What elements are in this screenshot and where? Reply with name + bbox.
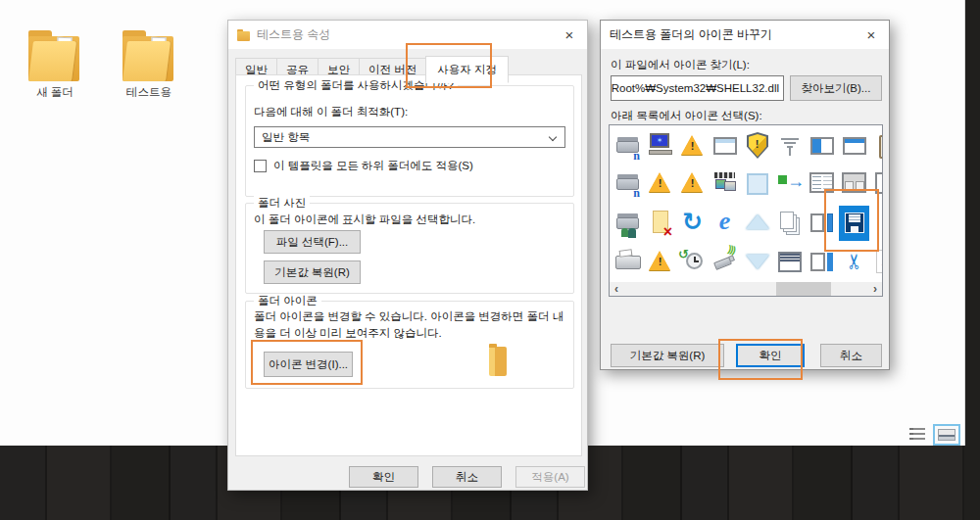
cancel-button[interactable]: 취소: [820, 344, 882, 367]
legacy-computer-icon[interactable]: ✶: [645, 129, 675, 165]
warning-icon[interactable]: !: [645, 166, 675, 202]
highlight-ok-button: [718, 339, 803, 380]
optimize-dropdown-value: 일반 항목: [262, 130, 310, 145]
page-stack-icon[interactable]: [774, 206, 805, 241]
change-icon-titlebar: 테스트용 폴더의 아이콘 바꾸기 ×: [601, 21, 889, 49]
close-icon[interactable]: ×: [854, 21, 889, 49]
folder-icon: [120, 29, 178, 82]
file-lookup-label: 이 파일에서 아이콘 찾기(L):: [611, 58, 750, 72]
internet-explorer-icon[interactable]: e: [710, 206, 740, 241]
printer-users-icon[interactable]: [612, 206, 643, 241]
window-frame-icon[interactable]: [710, 129, 740, 165]
customize-tab-page: 어떤 유형의 폴더를 사용하시겠습니까? 다음에 대해 이 폴더 최적화(T):…: [235, 74, 582, 456]
folder-icon: [237, 29, 251, 41]
window-split-left-icon[interactable]: [807, 129, 837, 165]
printer-share-icon[interactable]: n: [612, 166, 643, 202]
change-icon-title: 테스트용 폴더의 아이콘 바꾸기: [610, 26, 772, 43]
scrollbar-thumb[interactable]: [776, 282, 831, 296]
desktop-folder-test-folder[interactable]: 테스트용: [110, 29, 188, 100]
cancel-button[interactable]: 취소: [432, 466, 502, 488]
signal-antenna-icon[interactable]: [774, 129, 805, 165]
folder-picture-description: 이 폴더 아이콘에 표시할 파일을 선택합니다.: [254, 213, 475, 227]
file-path-input[interactable]: SystemRoot%₩System32₩SHELL32.dll: [611, 75, 784, 101]
window-titlebar-icon[interactable]: [839, 129, 869, 165]
folder-preview-icon: [489, 347, 507, 376]
browse-button[interactable]: 찾아보기(B)...: [790, 75, 882, 101]
details-view-icon[interactable]: [909, 427, 926, 442]
optimize-label: 다음에 대해 이 폴더 최적화(T):: [254, 105, 408, 119]
folder-icon: [25, 29, 84, 82]
folder-icon-group-legend: 폴더 아이콘: [254, 294, 321, 308]
folder-label: 새 폴더: [16, 85, 94, 100]
apply-template-checkbox-label: 이 템플릿을 모든 하위 폴더에도 적용(S): [273, 159, 473, 173]
missing-file-icon[interactable]: ×: [645, 206, 675, 241]
printer-share-icon[interactable]: n: [612, 129, 643, 165]
properties-title: 테스트용 속성: [257, 26, 330, 43]
horizontal-scrollbar[interactable]: ‹ ›: [610, 282, 882, 296]
optimize-dropdown[interactable]: 일반 항목: [254, 126, 565, 148]
restore-default-icon-button[interactable]: 기본값 복원(R): [611, 344, 724, 367]
thumbnail-preview: [938, 429, 956, 441]
checkbox-icon[interactable]: [254, 160, 267, 172]
transparent-square-icon[interactable]: [742, 166, 772, 202]
warning-icon[interactable]: !: [677, 129, 708, 165]
desktop: 새 폴더테스트용 테스트용 속성 × 일반공유보안이전 버전사용자 지정 어떤 …: [0, 0, 980, 520]
choose-file-button[interactable]: 파일 선택(F)...: [264, 230, 361, 254]
apply-template-checkbox-row[interactable]: 이 템플릿을 모든 하위 폴더에도 적용(S): [254, 159, 473, 173]
apply-button: 적용(A): [515, 466, 585, 488]
warning-icon[interactable]: !: [645, 245, 675, 280]
warning-icon[interactable]: !: [677, 166, 708, 202]
scroll-right-icon[interactable]: ›: [868, 282, 882, 296]
restore-default-picture-button[interactable]: 기본값 복원(R): [264, 260, 361, 284]
refresh-icon[interactable]: ↻: [677, 206, 708, 241]
clipboard-icon[interactable]: [871, 129, 883, 165]
scroll-left-icon[interactable]: ‹: [610, 282, 623, 296]
close-icon[interactable]: ×: [552, 21, 587, 49]
folder-picture-group-legend: 폴더 사진: [254, 196, 310, 211]
folder-label: 테스트용: [110, 85, 188, 100]
history-clock-icon[interactable]: ↺: [677, 245, 708, 280]
properties-dialog: 테스트용 속성 × 일반공유보안이전 버전사용자 지정 어떤 유형의 폴더를 사…: [227, 20, 588, 491]
highlight-selected-icon: [824, 189, 879, 252]
highlight-change-icon-button: [251, 340, 363, 385]
move-arrow-icon[interactable]: →: [774, 166, 805, 202]
header-window-icon[interactable]: [774, 245, 805, 280]
file-path-value: SystemRoot%₩System32₩SHELL32.dll: [611, 82, 779, 94]
explorer-view-toggles: [909, 422, 964, 447]
usb-device-icon[interactable]: ))): [710, 245, 740, 280]
triangle-down-icon[interactable]: [742, 245, 772, 280]
desktop-folder-new-folder[interactable]: 새 폴더: [16, 29, 94, 100]
highlight-customize-tab: [406, 43, 492, 88]
triangle-up-icon[interactable]: [742, 206, 772, 241]
security-shield-icon[interactable]: !: [742, 129, 772, 165]
chevron-down-icon: [549, 133, 557, 141]
ok-button[interactable]: 확인: [349, 466, 418, 488]
thumbnail-view-icon[interactable]: [933, 424, 960, 446]
media-files-icon[interactable]: [710, 166, 740, 202]
icon-list-label: 아래 목록에서 아이콘 선택(S):: [611, 109, 762, 123]
fax-icon[interactable]: [612, 245, 643, 280]
folder-icon-description: 폴더 아이콘을 변경할 수 있습니다. 아이콘을 변경하면 폴더 내용을 더 이…: [254, 308, 569, 341]
